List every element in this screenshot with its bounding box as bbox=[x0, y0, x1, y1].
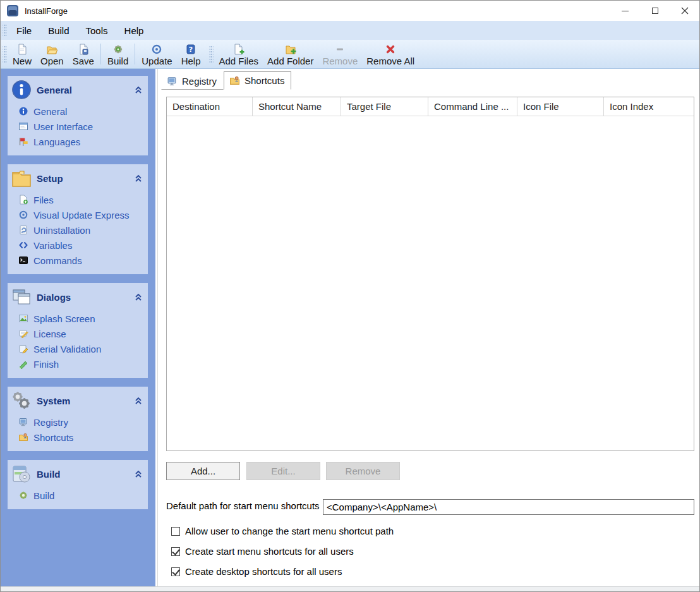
collapse-chevron-icon[interactable] bbox=[134, 293, 143, 301]
tab-shortcuts[interactable]: Shortcuts bbox=[224, 71, 291, 90]
menu-file[interactable]: File bbox=[8, 23, 40, 39]
minimize-button[interactable] bbox=[610, 1, 640, 21]
start-menu-all-users-checkbox[interactable] bbox=[171, 547, 180, 556]
shortcut-folder-icon bbox=[18, 432, 28, 442]
sidebar-item-commands[interactable]: Commands bbox=[18, 253, 148, 268]
menu-tools[interactable]: Tools bbox=[78, 23, 116, 39]
column-destination[interactable]: Destination bbox=[167, 97, 253, 116]
update-ring-icon bbox=[18, 210, 28, 220]
column-icon-index[interactable]: Icon Index bbox=[604, 97, 694, 116]
section-title: Setup bbox=[37, 173, 63, 184]
sidebar-item-general[interactable]: General bbox=[18, 104, 148, 119]
help-icon: ? bbox=[185, 44, 196, 55]
add-files-button[interactable]: Add Files bbox=[215, 40, 263, 68]
sidebar-item-finish[interactable]: Finish bbox=[18, 356, 148, 372]
sidebar-item-serial-validation[interactable]: Serial Validation bbox=[18, 341, 148, 356]
shortcuts-table: Destination Shortcut Name Target File Co… bbox=[166, 97, 694, 451]
column-command-line[interactable]: Command Line ... bbox=[428, 97, 517, 116]
open-folder-icon bbox=[46, 44, 57, 55]
build-gear-icon bbox=[112, 44, 124, 55]
tab-registry[interactable]: Registry bbox=[161, 73, 224, 90]
section-title: Dialogs bbox=[37, 292, 71, 303]
remove-button[interactable]: Remove bbox=[318, 40, 362, 68]
info-icon bbox=[18, 106, 28, 116]
sidebar-item-variables[interactable]: Variables bbox=[18, 238, 148, 253]
gear-icon bbox=[18, 490, 28, 500]
flags-icon bbox=[18, 136, 28, 147]
collapse-chevron-icon[interactable] bbox=[134, 174, 143, 183]
collapse-chevron-icon[interactable] bbox=[134, 85, 143, 94]
sidebar-section-general: General General bbox=[8, 76, 148, 155]
section-header-setup[interactable]: Setup bbox=[8, 164, 148, 191]
package-icon bbox=[11, 463, 32, 485]
close-button[interactable] bbox=[670, 1, 699, 21]
add-folder-icon bbox=[285, 44, 296, 55]
build-button[interactable]: Build bbox=[103, 40, 133, 68]
remove-all-button[interactable]: Remove All bbox=[362, 40, 419, 68]
column-shortcut-name[interactable]: Shortcut Name bbox=[253, 97, 341, 116]
section-header-system[interactable]: System bbox=[8, 387, 148, 413]
section-header-build[interactable]: Build bbox=[8, 460, 148, 486]
remove-all-x-icon bbox=[385, 44, 396, 55]
status-bar bbox=[1, 586, 699, 591]
collapse-chevron-icon[interactable] bbox=[134, 469, 143, 478]
allow-change-checkbox[interactable] bbox=[171, 527, 180, 536]
sidebar-item-uninstallation[interactable]: Uninstallation bbox=[18, 222, 148, 238]
default-path-input[interactable] bbox=[323, 499, 694, 515]
sidebar-section-dialogs: Dialogs Splash Screen bbox=[8, 283, 148, 378]
minimize-icon bbox=[622, 11, 629, 11]
sidebar-item-visual-update-express[interactable]: Visual Update Express bbox=[18, 207, 148, 222]
menu-build[interactable]: Build bbox=[40, 23, 77, 39]
maximize-icon bbox=[652, 8, 658, 14]
remove-minus-icon bbox=[334, 44, 346, 55]
sidebar-section-setup: Setup Files bbox=[8, 164, 148, 274]
sidebar-item-files[interactable]: Files bbox=[18, 192, 148, 207]
sidebar-section-build: Build Build bbox=[8, 460, 148, 509]
table-header-row: Destination Shortcut Name Target File Co… bbox=[167, 97, 694, 116]
section-title: Build bbox=[37, 469, 61, 480]
sidebar-splitter bbox=[155, 69, 161, 586]
desktop-all-users-checkbox[interactable] bbox=[171, 567, 180, 576]
column-target-file[interactable]: Target File bbox=[341, 97, 428, 116]
toolbar-grip-1 bbox=[3, 45, 7, 64]
sidebar-item-user-interface[interactable]: User Interface bbox=[18, 119, 148, 134]
registry-monitor-icon bbox=[18, 417, 28, 427]
new-button[interactable]: New bbox=[8, 40, 36, 68]
toolbar-separator bbox=[100, 44, 101, 64]
update-button[interactable]: Update bbox=[137, 40, 176, 68]
folder-icon bbox=[11, 167, 32, 189]
maximize-button[interactable] bbox=[640, 1, 670, 21]
installforge-window: InstallForge File Build Tools Help bbox=[0, 0, 700, 592]
add-shortcut-button[interactable]: Add... bbox=[166, 462, 240, 480]
sidebar-item-languages[interactable]: Languages bbox=[18, 134, 148, 149]
add-folder-button[interactable]: Add Folder bbox=[263, 40, 318, 68]
tab-strip: Registry Shortcuts bbox=[161, 71, 694, 90]
help-button[interactable]: ? Help bbox=[177, 40, 205, 68]
sidebar-item-shortcuts[interactable]: Shortcuts bbox=[18, 430, 148, 445]
section-title: General bbox=[37, 85, 72, 95]
toolbar: New Open Save Build bbox=[1, 40, 699, 69]
remove-shortcut-button[interactable]: Remove bbox=[326, 462, 400, 480]
add-file-icon bbox=[233, 44, 244, 55]
section-header-dialogs[interactable]: Dialogs bbox=[8, 283, 148, 310]
save-icon bbox=[78, 44, 89, 55]
file-plus-icon bbox=[18, 195, 28, 205]
section-header-general[interactable]: General bbox=[8, 76, 148, 102]
registry-monitor-icon bbox=[167, 76, 178, 87]
collapse-chevron-icon[interactable] bbox=[134, 396, 143, 405]
save-button[interactable]: Save bbox=[68, 40, 99, 68]
sidebar-item-registry[interactable]: Registry bbox=[18, 414, 148, 430]
edit-shortcut-button[interactable]: Edit... bbox=[246, 462, 320, 480]
sidebar-item-build[interactable]: Build bbox=[18, 488, 148, 503]
menu-bar: File Build Tools Help bbox=[1, 21, 699, 40]
open-button[interactable]: Open bbox=[36, 40, 68, 68]
sidebar-item-splash-screen[interactable]: Splash Screen bbox=[18, 311, 148, 326]
menu-help[interactable]: Help bbox=[116, 23, 152, 39]
uninstall-icon bbox=[18, 225, 28, 235]
column-icon-file[interactable]: Icon File bbox=[517, 97, 604, 116]
default-path-label: Default path for start menu shortcuts bbox=[166, 499, 323, 516]
sidebar-item-license[interactable]: License bbox=[18, 326, 148, 341]
table-body-empty bbox=[167, 116, 694, 450]
terminal-icon bbox=[18, 255, 28, 265]
close-icon bbox=[681, 7, 689, 15]
